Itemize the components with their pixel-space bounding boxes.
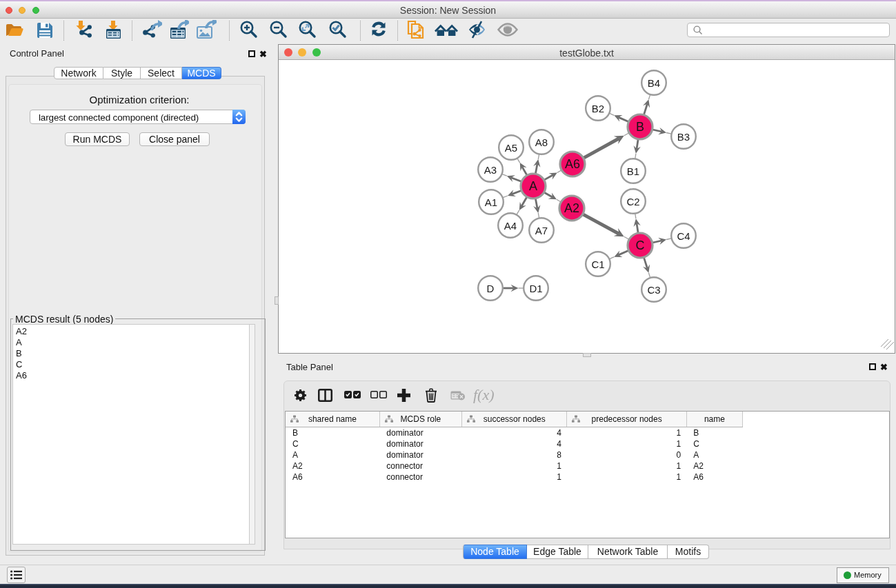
svg-text:A7: A7 [535,225,548,236]
svg-text:C: C [636,239,645,252]
svg-text:B4: B4 [648,77,660,89]
svg-text:D: D [487,283,495,294]
svg-text:B1: B1 [627,165,639,177]
svg-text:B3: B3 [677,131,690,143]
svg-text:A5: A5 [505,142,517,154]
svg-text:A: A [529,179,537,193]
svg-text:A1: A1 [485,196,497,208]
svg-text:C3: C3 [647,284,660,296]
svg-text:A8: A8 [535,136,548,148]
svg-text:B2: B2 [592,103,604,114]
svg-text:A2: A2 [564,201,579,215]
svg-text:A6: A6 [565,157,580,171]
svg-text:B: B [636,120,644,134]
svg-text:C1: C1 [591,258,604,270]
svg-text:C4: C4 [677,230,690,242]
svg-text:A3: A3 [484,164,497,176]
svg-text:C2: C2 [626,196,639,207]
svg-text:D1: D1 [529,283,542,294]
svg-text:A4: A4 [504,220,517,232]
